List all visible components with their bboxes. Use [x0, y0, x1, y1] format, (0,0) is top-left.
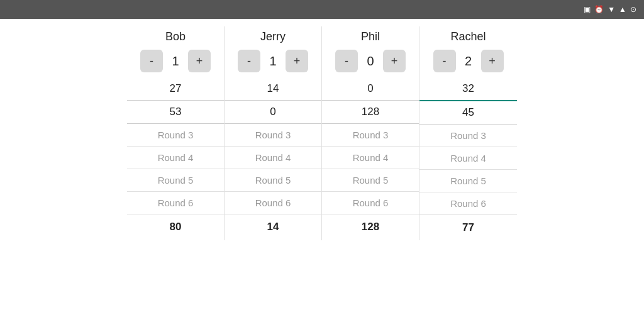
round-row-3-phil: Round 6 — [322, 192, 419, 214]
record-icon: ⊙ — [630, 5, 636, 14]
round-row-0-bob: Round 3 — [127, 124, 224, 147]
signal-icon: ▲ — [619, 5, 626, 14]
round-row-0-phil: Round 3 — [322, 124, 419, 147]
round-row-1-rachel: Round 4 — [419, 147, 517, 170]
status-bar: ▣ ⏰ ▼ ▲ ⊙ — [0, 0, 644, 19]
score1-phil: 0 — [322, 77, 419, 101]
round-row-0-rachel: Round 3 — [419, 125, 517, 147]
minus-button-phil[interactable]: - — [335, 50, 358, 72]
score2-bob: 53 — [127, 101, 224, 124]
total-rachel: 77 — [419, 215, 517, 240]
counter-row-rachel: -2+ — [433, 50, 504, 72]
score2-rachel: 45 — [419, 101, 517, 125]
player-col-bob: Bob-1+2753Round 3Round 4Round 5Round 680 — [127, 26, 225, 240]
plus-button-bob[interactable]: + — [188, 50, 211, 72]
round-row-2-rachel: Round 5 — [419, 170, 517, 192]
counter-value-phil: 0 — [362, 54, 379, 69]
plus-button-phil[interactable]: + — [383, 50, 406, 72]
score1-jerry: 14 — [225, 77, 321, 101]
minus-button-bob[interactable]: - — [140, 50, 163, 72]
score1-bob: 27 — [127, 77, 224, 101]
minus-button-rachel[interactable]: - — [433, 50, 456, 72]
player-name-rachel: Rachel — [450, 26, 486, 50]
score2-phil: 128 — [322, 101, 419, 124]
alarm-icon: ⏰ — [594, 5, 604, 14]
round-row-3-bob: Round 6 — [127, 192, 224, 214]
round-row-3-jerry: Round 6 — [225, 192, 321, 214]
score2-jerry: 0 — [225, 101, 321, 124]
round-row-2-jerry: Round 5 — [225, 169, 321, 192]
player-name-jerry: Jerry — [260, 26, 286, 50]
round-row-1-phil: Round 4 — [322, 147, 419, 169]
round-row-0-jerry: Round 3 — [225, 124, 321, 147]
counter-value-rachel: 2 — [460, 54, 477, 69]
battery-icon: ▣ — [584, 5, 591, 14]
player-name-phil: Phil — [361, 26, 380, 50]
main-content: Bob-1+2753Round 3Round 4Round 5Round 680… — [0, 19, 644, 322]
player-name-bob: Bob — [165, 26, 186, 50]
plus-button-jerry[interactable]: + — [286, 50, 308, 72]
round-row-1-jerry: Round 4 — [225, 147, 321, 169]
players-grid: Bob-1+2753Round 3Round 4Round 5Round 680… — [127, 26, 517, 240]
counter-value-bob: 1 — [167, 54, 184, 69]
round-row-2-bob: Round 5 — [127, 169, 224, 192]
round-row-1-bob: Round 4 — [127, 147, 224, 169]
counter-value-jerry: 1 — [264, 54, 282, 69]
status-icons: ▣ ⏰ ▼ ▲ ⊙ — [584, 5, 636, 14]
total-bob: 80 — [127, 214, 224, 240]
total-phil: 128 — [322, 214, 419, 240]
counter-row-phil: -0+ — [335, 50, 406, 72]
score1-rachel: 32 — [419, 77, 517, 101]
plus-button-rachel[interactable]: + — [481, 50, 504, 72]
total-jerry: 14 — [225, 214, 321, 240]
minus-button-jerry[interactable]: - — [238, 50, 260, 72]
counter-row-bob: -1+ — [140, 50, 211, 72]
round-row-3-rachel: Round 6 — [419, 192, 517, 215]
player-col-rachel: Rachel-2+3245Round 3Round 4Round 5Round … — [419, 26, 517, 240]
wifi-icon: ▼ — [608, 5, 615, 14]
round-row-2-phil: Round 5 — [322, 169, 419, 192]
player-col-jerry: Jerry-1+140Round 3Round 4Round 5Round 61… — [225, 26, 322, 240]
counter-row-jerry: -1+ — [238, 50, 308, 72]
player-col-phil: Phil-0+0128Round 3Round 4Round 5Round 61… — [322, 26, 419, 240]
